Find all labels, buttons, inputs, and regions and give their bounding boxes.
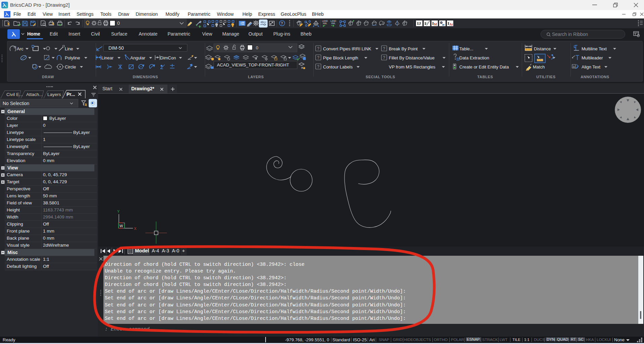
svg-text:W: W [120, 224, 123, 228]
svg-text:ac: ac [442, 23, 445, 26]
svg-text:Layers: Layers [47, 92, 61, 97]
svg-text:X: X [134, 227, 137, 231]
svg-text:Attach...: Attach... [26, 92, 43, 97]
svg-text:?: ? [281, 21, 283, 26]
svg-text:0: 0 [117, 20, 120, 26]
svg-text:At: At [449, 22, 453, 26]
svg-text:?: ? [317, 46, 320, 51]
svg-text:?: ? [383, 46, 385, 51]
svg-text:ACAD_VIEWS_TOP-FRONT-RIGHT: ACAD_VIEWS_TOP-FRONT-RIGHT [217, 62, 289, 67]
svg-text:LAND: LAND [322, 20, 328, 22]
svg-text:Civil E...: Civil E... [6, 92, 23, 97]
svg-text:XML: XML [323, 22, 327, 24]
svg-text:M: M [434, 22, 437, 26]
svg-text:XML: XML [331, 22, 336, 24]
svg-text:LAND: LAND [330, 20, 336, 22]
svg-text:?: ? [317, 55, 320, 60]
svg-text:?: ? [317, 64, 320, 69]
svg-text:0: 0 [256, 45, 258, 50]
svg-text:a: a [573, 65, 575, 68]
svg-text:Pr...: Pr... [66, 92, 75, 97]
svg-text:Y: Y [117, 209, 120, 213]
svg-text:?: ? [383, 55, 385, 60]
svg-text:IJ: IJ [417, 21, 421, 26]
